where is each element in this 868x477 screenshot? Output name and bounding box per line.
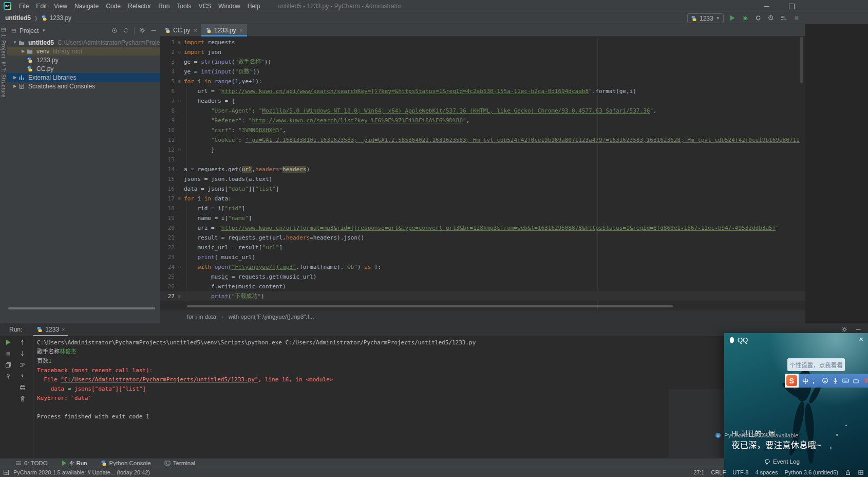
status-message[interactable]: PyCharm 2020.1.5 available: // Update...… [13,469,150,475]
line-number[interactable]: 2 [160,47,175,57]
stop-icon[interactable] [794,15,801,22]
chevron-collapsed-icon[interactable]: ▶ [11,75,18,80]
pin-icon[interactable] [5,373,12,380]
stacktrace-link[interactable]: "C:/Users/Administrator/PycharmProjects/… [61,376,258,383]
code-line[interactable]: 2⊟import json [160,47,868,57]
stop-icon[interactable] [5,351,12,357]
code-line[interactable]: 26 f.write(music.content) [160,282,868,291]
code-line[interactable]: 8 "User-Agent": "Mozilla/5.0 (Windows NT… [160,106,868,116]
editor-tab-cc-py[interactable]: CC.py× [160,24,201,36]
code-line[interactable]: 22 music_url = result["url"] [160,243,868,252]
run-tab-1233[interactable]: 1233 × [33,323,68,336]
sidebar-item-7-structure[interactable]: 7: Structure [0,61,7,98]
chevron-expanded-icon[interactable]: ▼ [11,40,18,45]
editor-vertical-scrollbar[interactable] [800,37,803,83]
fold-marker-icon[interactable]: ⊟ [175,47,184,57]
fold-marker-icon[interactable]: ⊟ [175,262,184,272]
fold-marker-icon[interactable]: ⊟ [175,145,184,155]
line-number[interactable]: 13 [160,155,175,164]
fold-marker-icon[interactable]: ⊟ [175,77,184,86]
line-number[interactable]: 17 [160,194,175,204]
code-line[interactable]: 11 "Cookie": "_ga=GA1.2.1681338101.16316… [160,135,868,145]
sogou-icon[interactable]: S [786,375,797,386]
line-number[interactable]: 22 [160,243,175,252]
line-number[interactable]: 11 [160,135,175,145]
chevron-collapsed-icon[interactable]: ▶ [11,84,18,88]
restore-layout-icon[interactable] [5,362,12,369]
print-icon[interactable] [20,384,26,391]
settings-icon[interactable] [139,27,146,34]
breadcrumb-item[interactable]: with open("F:\yingyue/{}.mp3".f... [229,314,314,320]
code-line[interactable]: 23 print( music_url) [160,252,868,262]
menu-edit[interactable]: Edit [32,3,50,10]
locate-icon[interactable] [111,27,118,34]
update-notification[interactable]: PyCharm 2020.1.5 available [715,432,798,438]
line-number[interactable]: 21 [160,233,175,243]
ime-tooltip[interactable]: 个性设置，点我看看 [787,358,845,371]
indicator-icon[interactable] [858,469,864,475]
settings-icon[interactable] [841,326,848,333]
clear-icon[interactable] [20,396,26,402]
minimize-button[interactable] [759,0,775,12]
status-item-4-spaces[interactable]: 4 spaces [755,469,778,475]
editor-horizontal-scrollbar[interactable] [187,305,673,307]
run-icon[interactable] [729,15,737,22]
code-line[interactable]: 10 "csrf": "3VMN0BXHXH3", [160,125,868,135]
code-line[interactable]: 7⊟ headers = { [160,96,868,106]
ime-emoji-icon[interactable] [822,377,828,384]
code-line[interactable]: 9 "Referer": "http://www.kuwo.cn/search/… [160,116,868,125]
tree-item-venv[interactable]: ▶venvlibrary root [7,47,160,56]
tree-item-scratches-and-consoles[interactable]: ▶Scratches and Consoles [7,82,160,90]
project-horizontal-scrollbar[interactable] [8,307,155,309]
status-item-27-1[interactable]: 27:1 [693,469,704,475]
code-line[interactable]: 12⊟ } [160,145,868,155]
tree-item-untitled5[interactable]: ▼untitled5C:\Users\Administrator\Pycharm… [7,38,160,47]
line-number[interactable]: 24 [160,262,175,272]
line-number[interactable]: 4 [160,67,175,77]
line-number[interactable]: 10 [160,125,175,135]
collapse-all-icon[interactable] [123,27,129,34]
sidebar-item-1-project[interactable]: 1: Project [0,27,7,58]
line-number[interactable]: 12 [160,145,175,155]
profiler-icon[interactable] [768,15,775,22]
breadcrumb-file[interactable]: 1233.py [41,14,71,22]
line-number[interactable]: 1 [160,38,175,47]
up-stack-icon[interactable] [20,339,26,346]
status-item-utf-8[interactable]: UTF-8 [732,469,748,475]
rerun-icon[interactable] [5,339,12,346]
close-icon[interactable]: × [62,326,65,333]
qq-close-icon[interactable]: × [859,335,863,343]
line-number[interactable]: 19 [160,213,175,223]
menu-code[interactable]: Code [102,3,124,10]
ime-toolbox-icon[interactable] [853,377,859,384]
code-line[interactable]: 24⊟ with open("F:\yingyue/{}.mp3".format… [160,262,868,272]
menu-file[interactable]: File [15,3,32,10]
tool-window-switcher-icon[interactable] [3,469,9,475]
line-number[interactable]: 5 [160,77,175,86]
code-line[interactable]: 15jsons = json.loads(a.text) [160,174,868,184]
toolwindow-button-python-console[interactable]: Python Console [101,460,151,466]
close-icon[interactable]: × [194,27,197,33]
tree-item-1233-py[interactable]: 1233.py [7,56,160,64]
run-config-selector[interactable]: 1233 ▼ [687,13,724,23]
hide-icon[interactable] [855,326,862,333]
editor-tab-1233-py[interactable]: 1233.py× [201,24,247,36]
code-line[interactable]: 5⊟for i in range(1,ye+1): [160,77,868,86]
code-line[interactable]: 6 url = "http://www.kuwo.cn/api/www/sear… [160,86,868,96]
line-number[interactable]: 14 [160,164,175,174]
project-panel-header[interactable]: Project ▼ [7,24,160,37]
code-area[interactable]: 1⊟import requests2⊟import json3ge = str(… [160,38,868,323]
code-line[interactable]: 19 name = i["name"] [160,213,868,223]
sogou-ime-bar[interactable]: S 中 ， [785,374,868,388]
line-number[interactable]: 8 [160,106,175,116]
status-item-python-3-6-untitled5-[interactable]: Python 3.6 (untitled5) [784,469,838,475]
line-number[interactable]: 27 [160,291,175,301]
menu-navigate[interactable]: Navigate [71,3,102,10]
hide-icon[interactable] [150,27,157,34]
scroll-end-icon[interactable] [20,373,26,380]
line-number[interactable]: 6 [160,86,175,96]
close-icon[interactable]: × [239,27,242,33]
code-line[interactable]: 20 uri = "http://www.kuwo.cn/url?format=… [160,223,868,233]
code-line[interactable]: 17⊟for i in data: [160,194,868,204]
tree-item-cc-py[interactable]: CC.py [7,64,160,73]
